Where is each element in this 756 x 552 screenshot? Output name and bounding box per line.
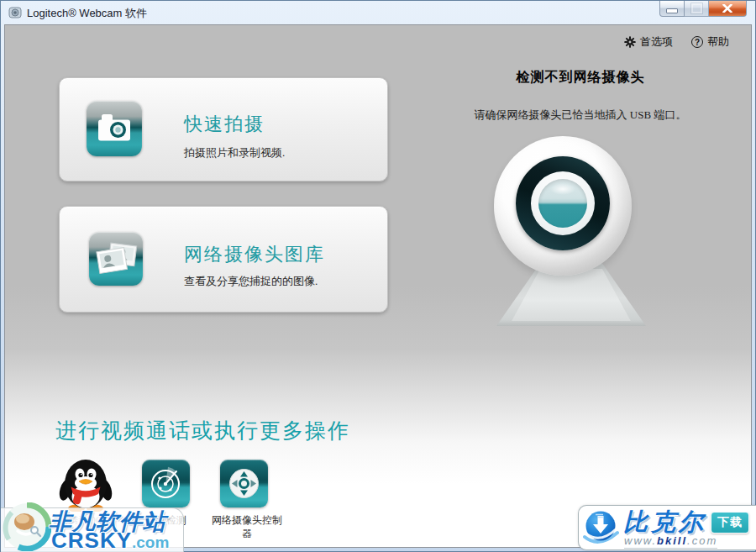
watermark-crsky: Logitech 非凡软件站 CRSKY.com <box>1 502 184 552</box>
shortcut-motion-detection[interactable] <box>142 460 190 507</box>
webcam-body <box>494 136 632 276</box>
bkill-download-badge: 下载 <box>711 512 749 534</box>
shortcut-controller-label: 网络摄像头控制器 <box>212 513 282 540</box>
help-button[interactable]: ? 帮助 <box>691 34 729 50</box>
status-heading: 检测不到网络摄像头 <box>421 69 740 87</box>
status-message: 请确保网络摄像头已恰当地插入 USB 端口。 <box>421 108 740 123</box>
webcam-illustration <box>485 136 657 348</box>
preferences-button[interactable]: 首选项 <box>624 34 673 50</box>
webcam-lens-icon <box>538 179 587 228</box>
quick-capture-title: 快速拍摄 <box>184 112 265 137</box>
motion-detection-icon <box>142 460 190 507</box>
bkill-logo-icon <box>582 509 619 546</box>
gallery-subtitle: 查看及分享您捕捉的的图像. <box>184 274 318 289</box>
toolbar: 首选项 ? 帮助 <box>624 34 729 50</box>
minimize-button[interactable] <box>659 1 685 17</box>
gear-icon <box>624 36 636 48</box>
close-button[interactable] <box>709 1 747 17</box>
shortcut-webcam-controller[interactable] <box>220 460 268 507</box>
help-icon: ? <box>691 36 703 48</box>
camera-icon <box>87 101 142 156</box>
watermark-bkill: 比克尔 下载 www.bkill.com <box>578 505 756 550</box>
webcam-ring <box>516 156 610 250</box>
quick-capture-button[interactable]: 快速拍摄 拍摄照片和录制视频. <box>59 77 388 181</box>
window-title: Logitech® Webcam 软件 <box>27 6 147 21</box>
webcam-gallery-button[interactable]: 网络摄像头图库 查看及分享您捕捉的的图像. <box>59 206 388 313</box>
maximize-button[interactable] <box>685 1 709 17</box>
app-icon <box>8 7 22 19</box>
window-controls <box>659 1 747 17</box>
bkill-url: www.bkill.com <box>624 534 717 549</box>
preferences-label: 首选项 <box>640 34 673 50</box>
main-content: 首选项 ? 帮助 快速拍摄 拍摄照片和录制视频. <box>4 24 752 548</box>
crsky-logo-icon <box>3 502 51 551</box>
crsky-url: CRSKY.com <box>51 528 169 552</box>
quick-capture-subtitle: 拍摄照片和录制视频. <box>184 145 285 160</box>
webcam-controller-icon <box>220 460 268 507</box>
help-label: 帮助 <box>707 34 729 50</box>
app-window: Logitech® Webcam 软件 <box>0 0 756 552</box>
titlebar: Logitech® Webcam 软件 <box>1 1 755 24</box>
minimize-icon <box>666 8 678 13</box>
gallery-title: 网络摄像头图库 <box>184 242 325 267</box>
maximize-icon <box>691 3 702 13</box>
close-icon <box>722 4 732 13</box>
gallery-icon <box>89 232 143 286</box>
actions-heading: 进行视频通话或执行更多操作 <box>55 417 350 444</box>
